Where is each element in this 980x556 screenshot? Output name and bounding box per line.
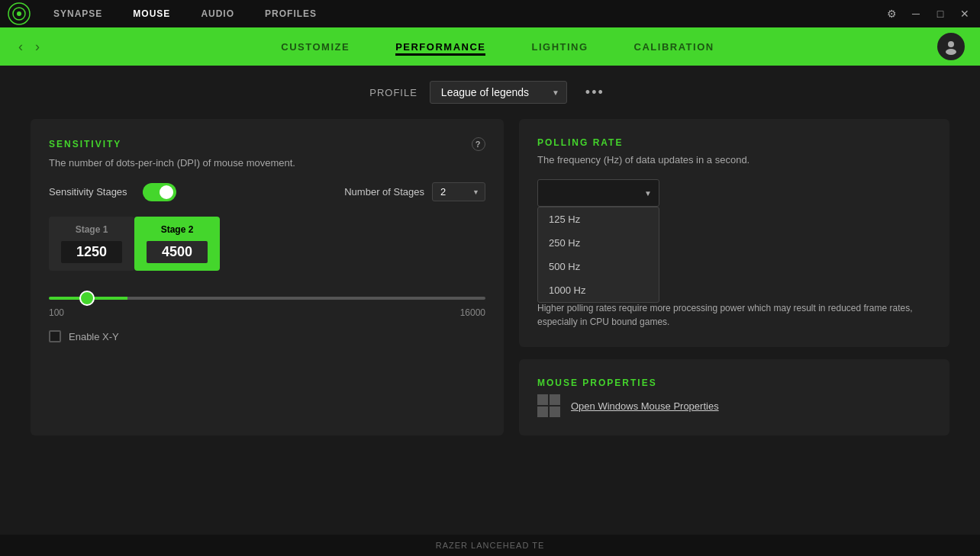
stages-label: Sensitivity Stages [49,186,127,198]
svg-point-3 [948,41,954,47]
open-mouse-properties-link[interactable]: Open Windows Mouse Properties [537,394,931,417]
num-stages-select[interactable]: 2 1 3 4 5 [432,182,485,201]
window-controls: ⚙ ─ □ ✕ [884,6,972,21]
mouse-properties-card: MOUSE PROPERTIES Open Windows Mouse Prop… [519,359,949,435]
xy-label: Enable X-Y [69,331,119,342]
back-arrow[interactable]: ‹ [15,36,26,58]
toggle-knob [160,185,173,199]
xy-row: Enable X-Y [49,330,485,342]
dpi-slider[interactable] [49,297,485,300]
polling-option-250[interactable]: 250 Hz [538,231,659,255]
polling-rate-card: POLLING RATE The frequency (Hz) of data … [519,119,949,347]
stage-1-input[interactable] [61,241,122,263]
profile-select[interactable]: League of legends Default Custom 1 [430,81,567,104]
mouse-props-title: MOUSE PROPERTIES [537,378,931,388]
nav-audio[interactable]: AUDIO [185,0,250,27]
mouse-props-link-text: Open Windows Mouse Properties [571,400,719,412]
svg-rect-6 [550,394,560,405]
polling-warning: Higher polling rates require more proces… [537,301,931,329]
status-bar: RAZER LANCEHEAD TE [0,535,980,556]
stage-1-label: Stage 1 [76,224,108,235]
svg-rect-7 [537,407,548,417]
profile-more-button[interactable]: ••• [579,82,611,104]
title-bar: SYNAPSE MOUSE AUDIO PROFILES ⚙ ─ □ ✕ [0,0,980,27]
xy-checkbox[interactable] [49,330,61,342]
profile-select-wrapper: League of legends Default Custom 1 ▼ [430,81,567,104]
device-name: RAZER LANCEHEAD TE [436,541,545,550]
polling-select-wrapper: 125 Hz 250 Hz 500 Hz 1000 Hz ▼ [537,179,659,207]
stage-1-button[interactable]: Stage 1 [49,217,134,271]
polling-option-125[interactable]: 125 Hz [538,207,659,231]
nav-back-forward: ‹ › [15,36,43,58]
stage-2-label: Stage 2 [161,224,194,235]
polling-dropdown-menu: 125 Hz 250 Hz 500 Hz 1000 Hz [537,207,659,303]
title-bar-nav: SYNAPSE MOUSE AUDIO PROFILES [38,0,884,27]
polling-option-500[interactable]: 500 Hz [538,255,659,278]
tab-lighting[interactable]: LIGHTING [531,38,588,56]
cards-row: SENSITIVITY ? The number of dots-per-inc… [31,119,949,435]
profile-row: PROFILE League of legends Default Custom… [31,81,949,104]
minimize-button[interactable]: ─ [908,6,924,21]
polling-title: POLLING RATE [537,137,931,148]
close-button[interactable]: ✕ [957,6,972,21]
svg-rect-8 [550,407,560,417]
stages-right: Number of Stages 2 1 3 4 5 ▼ [344,182,485,201]
sensitivity-description: The number of dots-per-inch (DPI) of mou… [49,157,485,169]
stages-left: Sensitivity Stages [49,183,176,201]
tab-performance[interactable]: PERFORMANCE [395,38,485,56]
polling-select[interactable]: 125 Hz 250 Hz 500 Hz 1000 Hz [537,179,659,207]
stage-2-button[interactable]: Stage 2 [134,217,220,271]
svg-point-2 [17,11,21,16]
main-content: PROFILE League of legends Default Custom… [0,66,980,451]
stage-2-input[interactable] [147,241,208,263]
user-avatar[interactable] [937,33,965,60]
stages-row: Sensitivity Stages Number of Stages 2 1 … [49,182,485,201]
nav-synapse[interactable]: SYNAPSE [38,0,118,27]
nav-profiles[interactable]: PROFILES [250,0,332,27]
polling-option-1000[interactable]: 1000 Hz [538,278,659,302]
windows-logo-icon [537,394,560,417]
nav-mouse[interactable]: MOUSE [118,0,185,27]
right-cards: POLLING RATE The frequency (Hz) of data … [519,119,949,435]
stage-buttons: Stage 1 Stage 2 [49,217,485,271]
nav-bar: ‹ › CUSTOMIZE PERFORMANCE LIGHTING CALIB… [0,27,980,66]
svg-point-4 [946,49,956,55]
slider-labels: 100 16000 [49,307,485,318]
slider-max-label: 16000 [460,307,485,318]
forward-arrow[interactable]: › [32,36,43,58]
polling-description: The frequency (Hz) of data updates in a … [537,154,931,166]
tab-customize[interactable]: CUSTOMIZE [281,38,350,56]
settings-icon[interactable]: ⚙ [884,6,899,21]
svg-rect-5 [537,394,548,405]
num-stages-label: Number of Stages [344,186,424,198]
help-icon[interactable]: ? [472,137,485,151]
nav-tabs: CUSTOMIZE PERFORMANCE LIGHTING CALIBRATI… [58,38,937,56]
maximize-button[interactable]: □ [933,6,948,21]
profile-label: PROFILE [369,87,417,98]
sensitivity-card: SENSITIVITY ? The number of dots-per-inc… [31,119,504,435]
stages-toggle[interactable] [143,183,176,201]
slider-row: 100 16000 [49,289,485,318]
num-stages-wrapper: 2 1 3 4 5 ▼ [432,182,485,201]
tab-calibration[interactable]: CALIBRATION [634,38,714,56]
app-logo [8,2,31,25]
slider-min-label: 100 [49,307,64,318]
sensitivity-title: SENSITIVITY ? [49,137,485,151]
